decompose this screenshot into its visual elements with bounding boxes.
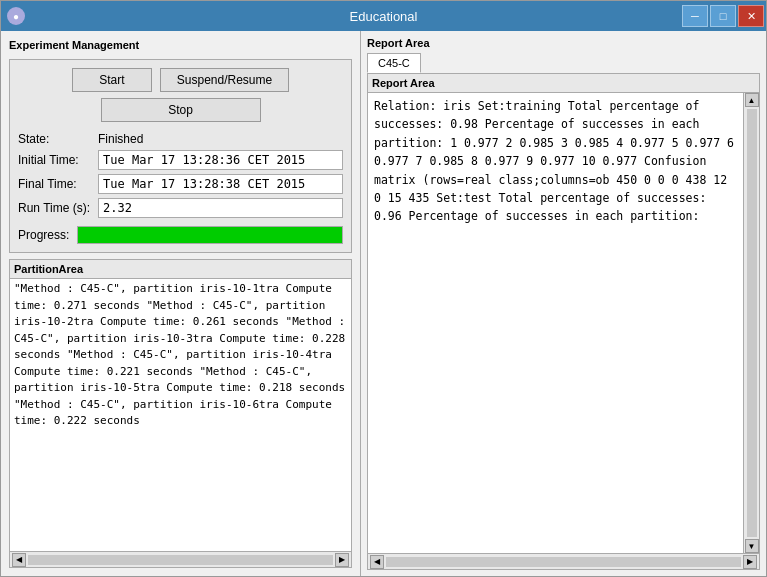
tab-bar: C45-C (367, 53, 760, 73)
tab-c45c[interactable]: C45-C (367, 53, 421, 73)
report-hscrollbar: ◀ ▶ (368, 553, 759, 569)
run-time-label: Run Time (s): (18, 201, 90, 215)
vscroll-up-button[interactable]: ▲ (745, 93, 759, 107)
title-bar: ● Educational ─ □ ✕ (1, 1, 766, 31)
window-title: Educational (350, 9, 418, 24)
state-label: State: (18, 132, 90, 146)
final-time-label: Final Time: (18, 177, 90, 191)
main-window: ● Educational ─ □ ✕ Experiment Managemen… (0, 0, 767, 577)
hscroll-track[interactable] (28, 555, 333, 565)
vscroll-track[interactable] (747, 109, 757, 537)
stop-button-row: Stop (18, 98, 343, 122)
start-button[interactable]: Start (72, 68, 152, 92)
report-text-area[interactable]: Relation: iris Set:training Total percen… (368, 93, 743, 553)
report-body: Relation: iris Set:training Total percen… (368, 93, 759, 553)
content-area: Experiment Management Start Suspend/Resu… (1, 31, 766, 576)
hscroll-left-button[interactable]: ◀ (12, 553, 26, 567)
right-panel: Report Area C45-C Report Area Relation: … (361, 31, 766, 576)
report-vscrollbar: ▲ ▼ (743, 93, 759, 553)
hscroll-right-button[interactable]: ▶ (335, 553, 349, 567)
state-grid: State: Finished Initial Time: Tue Mar 17… (18, 132, 343, 218)
report-hscroll-track[interactable] (386, 557, 741, 567)
stop-button[interactable]: Stop (101, 98, 261, 122)
suspend-resume-button[interactable]: Suspend/Resume (160, 68, 289, 92)
close-button[interactable]: ✕ (738, 5, 764, 27)
experiment-management-box: Start Suspend/Resume Stop State: Finishe… (9, 59, 352, 253)
report-hscroll-right-button[interactable]: ▶ (743, 555, 757, 569)
app-icon: ● (7, 7, 25, 25)
initial-time-label: Initial Time: (18, 153, 90, 167)
partition-area: PartitionArea "Method : C45-C", partitio… (9, 259, 352, 568)
maximize-button[interactable]: □ (710, 5, 736, 27)
partition-hscrollbar: ◀ ▶ (10, 551, 351, 567)
progress-bar-fill (78, 227, 342, 243)
report-content: Report Area Relation: iris Set:training … (367, 73, 760, 570)
progress-row: Progress: (18, 226, 343, 244)
window-controls: ─ □ ✕ (682, 5, 764, 27)
report-inner-label: Report Area (368, 74, 759, 93)
report-hscroll-left-button[interactable]: ◀ (370, 555, 384, 569)
top-buttons-row: Start Suspend/Resume (18, 68, 343, 92)
partition-text[interactable]: "Method : C45-C", partition iris-10-1tra… (10, 279, 351, 551)
state-value: Finished (98, 132, 343, 146)
final-time-value: Tue Mar 17 13:28:38 CET 2015 (98, 174, 343, 194)
experiment-management-label: Experiment Management (9, 39, 352, 51)
run-time-value: 2.32 (98, 198, 343, 218)
initial-time-value: Tue Mar 17 13:28:36 CET 2015 (98, 150, 343, 170)
vscroll-down-button[interactable]: ▼ (745, 539, 759, 553)
minimize-button[interactable]: ─ (682, 5, 708, 27)
report-area-label: Report Area (367, 37, 760, 49)
left-panel: Experiment Management Start Suspend/Resu… (1, 31, 361, 576)
progress-bar-container (77, 226, 343, 244)
partition-area-label: PartitionArea (10, 260, 351, 279)
progress-label: Progress: (18, 228, 69, 242)
